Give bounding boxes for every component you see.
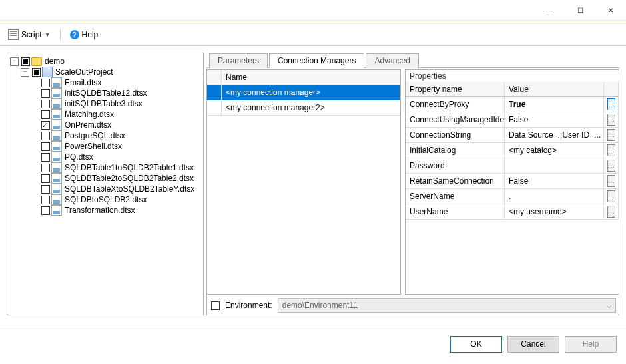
tree-checkbox[interactable] (41, 185, 50, 194)
tree-package-label: SQLDBtoSQLDB2.dtsx (63, 194, 148, 205)
tree-project[interactable]: − ScaleOutProject (21, 67, 202, 77)
environment-checkbox[interactable] (211, 301, 220, 310)
package-icon (51, 173, 62, 184)
prop-row[interactable]: ServerName.… (406, 189, 619, 204)
tree-package-label: OnPrem.dtsx (63, 120, 113, 130)
ellipsis-button[interactable]: … (607, 98, 615, 110)
tree-checkbox[interactable] (41, 79, 50, 87)
cancel-button[interactable]: Cancel (507, 336, 559, 353)
prop-col-value[interactable]: Value (505, 82, 604, 97)
prop-value[interactable] (505, 158, 604, 174)
tree-package[interactable]: SQLDBTable2toSQLDB2Table2.dtsx (31, 173, 202, 184)
tree-package[interactable]: initSQLDBTable3.dtsx (31, 98, 202, 109)
content-area: − demo − ScaleOutProject Email.dtsxinitS… (0, 46, 626, 315)
tab-connection-managers[interactable]: Connection Managers (269, 53, 364, 68)
tree-package[interactable]: PostgreSQL.dtsx (31, 130, 202, 141)
collapse-icon[interactable]: − (21, 68, 29, 77)
tree-package[interactable]: Email.dtsx (31, 77, 202, 88)
toggle-blank (31, 143, 39, 150)
tree-package[interactable]: Transformation.dtsx (31, 205, 202, 216)
folder-icon (31, 57, 42, 66)
collapse-icon[interactable]: − (10, 57, 19, 66)
prop-value[interactable]: . (505, 189, 604, 204)
prop-value[interactable]: <my catalog> (505, 143, 604, 158)
help-button[interactable]: ? Help (67, 29, 101, 41)
prop-col-action (604, 82, 619, 97)
prop-row[interactable]: InitialCatalog<my catalog>… (406, 143, 619, 158)
prop-row[interactable]: Password… (406, 158, 619, 174)
prop-row[interactable]: RetainSameConnectionFalse… (406, 174, 619, 189)
ellipsis-button[interactable]: … (607, 144, 615, 156)
tree-root[interactable]: − demo (10, 56, 202, 67)
tree-checkbox[interactable] (41, 206, 50, 215)
tree-checkbox[interactable] (32, 68, 41, 77)
prop-col-name[interactable]: Property name (406, 82, 505, 97)
tree-checkbox[interactable] (21, 57, 30, 66)
tree-project-label: ScaleOutProject (54, 67, 115, 77)
prop-row[interactable]: ConnectUsingManagedIdentityFalse… (406, 112, 619, 128)
minimize-button[interactable]: — (534, 0, 565, 20)
tree-root-label: demo (43, 56, 66, 67)
tree-package[interactable]: OnPrem.dtsx (31, 120, 202, 130)
prop-value[interactable]: Data Source=.;User ID=... (505, 128, 604, 143)
package-tree[interactable]: − demo − ScaleOutProject Email.dtsxinitS… (7, 53, 204, 315)
tree-package[interactable]: initSQLDBTable12.dtsx (31, 88, 202, 98)
help-button-footer[interactable]: Help (565, 336, 617, 353)
properties-title: Properties (406, 70, 619, 82)
tree-checkbox[interactable] (41, 121, 50, 130)
tree-checkbox[interactable] (41, 132, 50, 140)
tree-package[interactable]: SQLDBTableXtoSQLDB2TableY.dtsx (31, 184, 202, 194)
tree-package[interactable]: Matching.dtsx (31, 109, 202, 120)
tree-package[interactable]: SQLDBTable1toSQLDB2Table1.dtsx (31, 162, 202, 173)
ellipsis-button[interactable]: … (607, 129, 615, 141)
tree-checkbox[interactable] (41, 196, 50, 204)
prop-value[interactable]: False (505, 174, 604, 189)
tree-checkbox[interactable] (41, 89, 50, 98)
help-icon: ? (70, 30, 79, 39)
maximize-button[interactable]: ☐ (565, 0, 595, 20)
tree-package-label: PostgreSQL.dtsx (63, 130, 127, 141)
dialog-footer: OK Cancel Help (0, 329, 626, 359)
tree-package[interactable]: PowerShell.dtsx (31, 141, 202, 152)
tab-parameters[interactable]: Parameters (209, 53, 268, 68)
prop-value[interactable]: False (505, 112, 604, 128)
ellipsis-button[interactable]: … (607, 175, 615, 187)
ok-button[interactable]: OK (450, 336, 502, 353)
script-icon (8, 29, 19, 40)
cm-row[interactable]: <my connection manager> (207, 85, 400, 100)
ellipsis-button[interactable]: … (607, 160, 615, 172)
ellipsis-button[interactable]: … (607, 114, 615, 126)
environment-select[interactable]: demo\Environment11 (278, 298, 616, 313)
tab-advanced[interactable]: Advanced (366, 53, 418, 68)
prop-row[interactable]: ConnectByProxyTrue… (406, 97, 619, 112)
cm-row[interactable]: <my connection manager2> (207, 100, 400, 116)
prop-name: RetainSameConnection (406, 174, 505, 189)
prop-row[interactable]: ConnectionStringData Source=.;User ID=..… (406, 128, 619, 143)
tree-checkbox[interactable] (41, 153, 50, 162)
ellipsis-button[interactable]: … (607, 206, 615, 218)
connection-managers-grid[interactable]: Name <my connection manager><my connecti… (206, 69, 401, 295)
toggle-blank (31, 90, 39, 97)
script-button[interactable]: Script ▼ (5, 28, 53, 41)
prop-name: ServerName (406, 189, 505, 204)
tree-checkbox[interactable] (41, 174, 50, 183)
toggle-blank (31, 196, 39, 204)
toggle-blank (31, 122, 39, 129)
prop-value[interactable]: True (505, 97, 604, 112)
tree-checkbox[interactable] (41, 100, 50, 108)
prop-value[interactable]: <my username> (505, 204, 604, 220)
toolbar-separator (60, 29, 61, 41)
tree-package-label: SQLDBTable2toSQLDB2Table2.dtsx (63, 173, 195, 184)
prop-row[interactable]: UserName<my username>… (406, 204, 619, 220)
cm-col-name[interactable]: Name (222, 70, 400, 85)
tree-checkbox[interactable] (41, 110, 50, 119)
ellipsis-button[interactable]: … (607, 190, 615, 202)
tree-package[interactable]: SQLDBtoSQLDB2.dtsx (31, 194, 202, 205)
tree-checkbox[interactable] (41, 142, 50, 151)
properties-grid[interactable]: Properties Property name Value ConnectBy… (405, 69, 619, 295)
toggle-blank (31, 111, 39, 118)
package-icon (51, 205, 62, 216)
tree-package[interactable]: PQ.dtsx (31, 152, 202, 162)
tree-checkbox[interactable] (41, 164, 50, 172)
close-button[interactable]: ✕ (595, 0, 626, 20)
